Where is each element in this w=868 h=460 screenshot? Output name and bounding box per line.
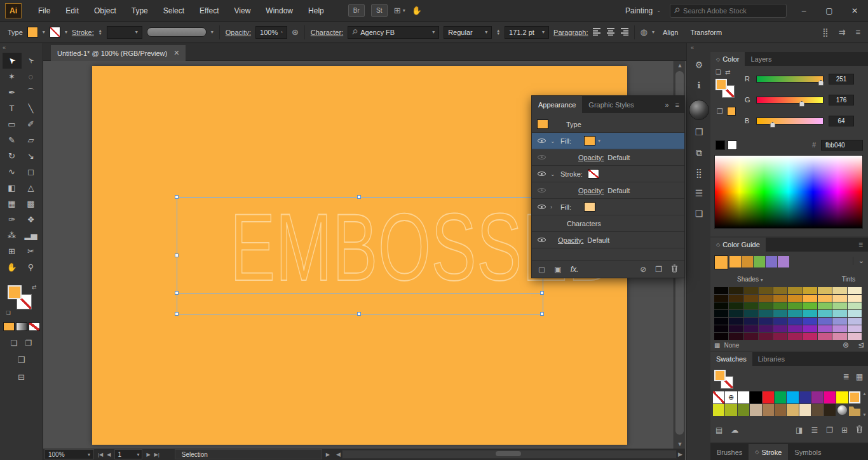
- selection-handle[interactable]: [175, 312, 179, 316]
- swatch-scrollbar[interactable]: ▲▼: [862, 391, 868, 417]
- color-swatch[interactable]: [759, 295, 773, 302]
- color-swatch[interactable]: [788, 333, 802, 340]
- swap-fill-stroke-icon[interactable]: ⇄: [32, 284, 37, 290]
- pencil-tool[interactable]: ✎: [3, 132, 22, 148]
- stroke-label[interactable]: Stroke:: [72, 29, 94, 36]
- appearance-row-stroke[interactable]: ⌄ Stroke:: [532, 166, 684, 182]
- visibility-eye-icon[interactable]: [537, 235, 546, 245]
- menu-type[interactable]: Type: [125, 3, 154, 18]
- prev-artboard-icon[interactable]: ◀: [107, 452, 111, 457]
- stroke-color-chip[interactable]: [50, 27, 60, 37]
- color-swatch[interactable]: [744, 310, 758, 317]
- tab-brushes[interactable]: Brushes: [710, 444, 749, 460]
- direct-selection-tool[interactable]: ➢: [22, 53, 41, 69]
- color-spectrum[interactable]: [714, 155, 863, 229]
- color-swatch[interactable]: [799, 404, 811, 416]
- character-label[interactable]: Character:: [311, 29, 343, 36]
- hex-value-field[interactable]: fbb040: [821, 140, 863, 151]
- status-menu-icon[interactable]: ▶: [326, 452, 330, 457]
- eraser-tool[interactable]: ▱: [22, 132, 41, 148]
- zoom-level-field[interactable]: 100%▾: [44, 449, 94, 459]
- edit-colors-icon[interactable]: ⊛: [843, 341, 849, 349]
- visibility-eye-icon[interactable]: [537, 186, 546, 195]
- harmony-rules-dropdown[interactable]: ⌄: [853, 257, 864, 265]
- color-swatch[interactable]: [714, 333, 728, 340]
- web-safe-warning-icon[interactable]: ❒: [717, 107, 723, 116]
- duplicate-item-icon[interactable]: ❐: [655, 265, 662, 274]
- st-chevron-icon[interactable]: ▾: [65, 29, 67, 35]
- color-swatch[interactable]: [766, 256, 777, 267]
- color-swatch[interactable]: [759, 287, 773, 294]
- selection-bounding-box[interactable]: [177, 197, 543, 315]
- globe-chevron-icon[interactable]: ▾: [652, 29, 654, 35]
- appearance-row-opacity-3[interactable]: Opacity: Default: [532, 232, 684, 248]
- scroll-left-icon[interactable]: ◀: [336, 451, 341, 457]
- panel-collapse-icon[interactable]: »: [665, 101, 668, 109]
- color-swatch[interactable]: [832, 295, 846, 302]
- profile-chevron-icon[interactable]: ▾: [211, 29, 214, 35]
- color-swatch[interactable]: [773, 310, 787, 317]
- green-slider[interactable]: [756, 97, 824, 104]
- swatch-options-icon[interactable]: ☰: [811, 426, 818, 435]
- tab-symbols[interactable]: Symbols: [788, 444, 827, 460]
- opacity-field[interactable]: 100%›: [255, 26, 287, 39]
- color-swatch[interactable]: [818, 287, 832, 294]
- delete-swatch-icon[interactable]: [856, 425, 863, 435]
- draw-behind-icon[interactable]: ❐: [25, 339, 32, 348]
- list-bars-icon[interactable]: ☰: [687, 185, 711, 201]
- color-swatch[interactable]: [750, 391, 761, 403]
- fill-color-chip[interactable]: [27, 27, 38, 37]
- menu-view[interactable]: View: [228, 3, 257, 18]
- tab-appearance[interactable]: Appearance: [532, 96, 582, 113]
- limit-grid-icon[interactable]: ▦: [714, 342, 720, 349]
- symbol-sprayer-tool[interactable]: ⁂: [3, 227, 22, 243]
- selection-handle[interactable]: [175, 291, 179, 295]
- color-swatch[interactable]: [759, 333, 773, 340]
- tab-layers[interactable]: Layers: [745, 52, 777, 66]
- swap-colors-icon[interactable]: ⇄: [725, 69, 730, 76]
- color-swatch[interactable]: [848, 302, 862, 309]
- workspace-switcher[interactable]: Painting ⌄: [625, 6, 661, 15]
- screen-mode-icon[interactable]: ❒: [18, 355, 25, 365]
- dot-grid-icon[interactable]: ⣿: [822, 27, 829, 37]
- align-panel-button[interactable]: Align: [659, 27, 682, 38]
- recolor-artwork-icon[interactable]: ⊛: [292, 27, 299, 37]
- info-icon[interactable]: ℹ: [687, 77, 711, 93]
- color-swatch[interactable]: [788, 302, 802, 309]
- selection-tool[interactable]: ➤: [3, 53, 22, 69]
- tab-stroke[interactable]: ◇Stroke: [749, 444, 788, 460]
- color-swatch[interactable]: [849, 391, 860, 403]
- color-swatch[interactable]: [744, 302, 758, 309]
- color-swatch[interactable]: [788, 287, 802, 294]
- opacity-link[interactable]: Opacity:: [558, 236, 583, 244]
- mesh-tool[interactable]: ▦: [3, 196, 22, 212]
- swatch-kinds-icon[interactable]: ◨: [796, 426, 803, 435]
- color-swatch[interactable]: [811, 391, 823, 403]
- scroll-right-icon[interactable]: ▶: [678, 451, 682, 457]
- color-swatch[interactable]: [744, 318, 758, 325]
- stock-button[interactable]: St: [371, 4, 388, 17]
- hscroll-thumb[interactable]: [496, 451, 521, 456]
- color-swatch[interactable]: [773, 295, 787, 302]
- color-swatch[interactable]: [729, 318, 743, 325]
- dot-grid-panel-icon[interactable]: ⣿: [687, 165, 711, 181]
- app-logo-icon[interactable]: Ai: [5, 3, 22, 18]
- visibility-eye-icon[interactable]: [537, 136, 546, 145]
- font-size-stepper[interactable]: ▲▼: [496, 29, 500, 36]
- swatch-libraries-icon[interactable]: ▤: [715, 426, 722, 435]
- color-swatch[interactable]: [803, 325, 817, 332]
- color-swatch[interactable]: [714, 325, 728, 332]
- visibility-eye-icon[interactable]: [537, 169, 546, 179]
- new-swatch-icon[interactable]: ⊞: [841, 426, 848, 435]
- artboard-tool[interactable]: ⊞: [3, 243, 22, 259]
- menu-edit[interactable]: Edit: [59, 3, 85, 18]
- visibility-eye-icon[interactable]: [537, 152, 546, 162]
- stroke-width-stepper[interactable]: ▲▼: [98, 29, 102, 36]
- color-swatch[interactable]: [763, 404, 774, 416]
- color-swatch[interactable]: [832, 318, 846, 325]
- zoom-tool[interactable]: ⚲: [22, 259, 41, 275]
- fill2-swatch[interactable]: [584, 202, 595, 212]
- color-swatch[interactable]: [729, 310, 743, 317]
- appearance-row-opacity-1[interactable]: Opacity: Default: [532, 149, 684, 166]
- color-swatch[interactable]: [832, 325, 846, 332]
